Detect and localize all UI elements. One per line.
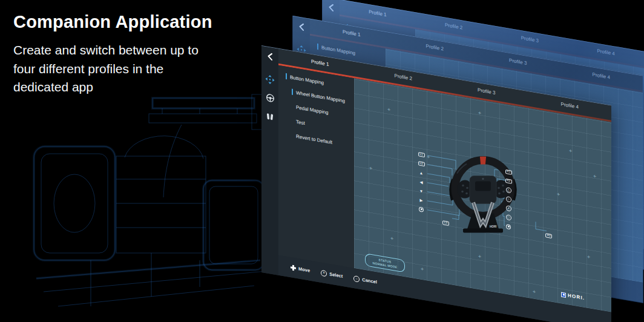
- dpad-left-icon: ◀: [420, 179, 423, 185]
- cancel-circle-icon: ○: [353, 275, 360, 283]
- triangle-button-icon: △: [506, 187, 511, 194]
- menu-accent-bar: [317, 44, 318, 50]
- dpad-up-icon: ▲: [419, 170, 423, 176]
- legend-label: Move: [298, 266, 310, 273]
- dpad-right-icon: ▶: [420, 197, 423, 203]
- legend-move: Move: [291, 264, 310, 273]
- grid-plus-mark: +: [427, 154, 430, 160]
- legend-label: Cancel: [362, 277, 377, 284]
- r3-button-icon: R3: [545, 233, 552, 238]
- cross-button-icon: ×: [506, 205, 511, 212]
- back-chevron-icon: [327, 2, 335, 12]
- menu-panel: Button MappingWheel Button MappingPedal …: [278, 65, 354, 268]
- legend-select: ×Select: [321, 269, 343, 279]
- back-chevron-icon: [298, 22, 305, 31]
- move-tool-icon[interactable]: [265, 73, 275, 85]
- legend-cancel: ○Cancel: [353, 275, 377, 286]
- icon-rail: [261, 46, 278, 275]
- pedals-icon[interactable]: [265, 111, 275, 123]
- dpad-down-icon: ▼: [419, 188, 423, 194]
- l3-stick-icon: [419, 206, 424, 212]
- grid-plus-mark: +: [387, 107, 390, 113]
- racing-wheel-image: HORI: [432, 151, 534, 242]
- grid-plus-mark: +: [478, 254, 481, 260]
- r2-button-icon: R2: [505, 179, 512, 184]
- grid-plus-mark: +: [369, 165, 372, 171]
- l1-button-icon: L1: [418, 152, 425, 157]
- grid-plus-mark: +: [557, 191, 560, 197]
- back-button[interactable]: [296, 21, 307, 33]
- grid-plus-mark: +: [421, 266, 424, 272]
- grid-plus-mark: +: [390, 235, 393, 242]
- marketing-slide: Companion Application Create and switch …: [0, 0, 644, 322]
- legend-label: Select: [329, 271, 343, 279]
- menu-accent-bar: [286, 73, 287, 79]
- grid-plus-mark: +: [569, 148, 572, 154]
- menu-item-label: Button Mapping: [290, 74, 324, 86]
- menu-item-label: Button Mapping: [321, 45, 355, 56]
- menu-item-label: Test: [296, 119, 305, 126]
- page-subtitle: Create and switch between up to four dif…: [13, 41, 222, 97]
- l2-button-icon: L2: [418, 161, 425, 166]
- menu-item-label: Pedal Mapping: [296, 104, 328, 115]
- grid-plus-mark: +: [587, 254, 590, 260]
- hori-logo-mark: [561, 292, 566, 297]
- l3-button-icon: L3: [442, 220, 449, 226]
- car-wireframe-art: [0, 79, 284, 322]
- grid-plus-mark: +: [478, 110, 481, 116]
- select-cross-icon: ×: [321, 269, 327, 277]
- move-plus-icon: [291, 264, 296, 271]
- square-button-icon: □: [506, 214, 511, 221]
- grid-plus-mark: +: [533, 289, 536, 295]
- hori-logo-text: HORI.: [568, 292, 585, 301]
- callout-bottom-right: R3: [545, 227, 552, 239]
- steering-wheel-icon[interactable]: [265, 92, 275, 104]
- back-chevron-icon: [266, 51, 274, 61]
- r1-button-icon: R1: [505, 169, 512, 175]
- status-mode-pill[interactable]: STATUS NORMAL MODE: [365, 253, 405, 272]
- grid-plus-mark: +: [593, 174, 596, 180]
- callout-row: [417, 204, 426, 214]
- callouts-right: R1R2△○×□: [504, 167, 513, 232]
- back-button[interactable]: [326, 1, 337, 14]
- wheel-base-logo: HORI: [490, 225, 496, 228]
- page-title: Companion Application: [13, 12, 222, 32]
- hero-copy: Companion Application Create and switch …: [13, 12, 222, 97]
- callouts-left: L1L2▲◀▼▶: [417, 150, 426, 214]
- callout-row: [504, 222, 513, 232]
- circle-button-icon: ○: [506, 196, 511, 203]
- menu-accent-bar: [292, 89, 293, 95]
- hori-logo: HORI.: [561, 292, 585, 301]
- menu-item-label: Revert to Default: [296, 133, 332, 145]
- r3-stick-icon: [506, 224, 511, 229]
- callout-bottom-left: L3: [442, 214, 449, 226]
- back-button[interactable]: [264, 50, 275, 63]
